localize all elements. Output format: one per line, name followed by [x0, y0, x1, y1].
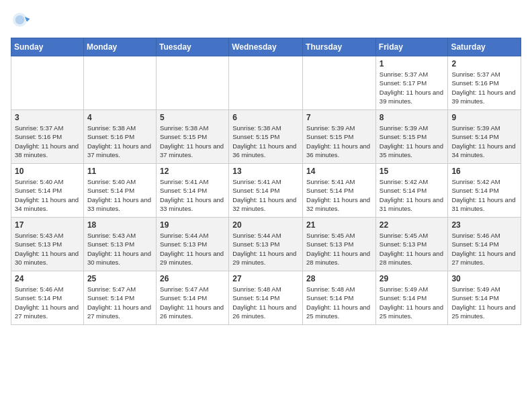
calendar-cell [303, 56, 376, 110]
calendar-cell: 10Sunrise: 5:40 AM Sunset: 5:14 PM Dayli… [11, 164, 84, 218]
day-number: 1 [380, 59, 445, 68]
calendar-cell [156, 56, 228, 110]
calendar-header-row: SundayMondayTuesdayWednesdayThursdayFrid… [11, 38, 521, 56]
calendar-cell: 26Sunrise: 5:47 AM Sunset: 5:14 PM Dayli… [156, 271, 228, 325]
day-number: 6 [232, 113, 299, 122]
calendar-cell: 9Sunrise: 5:39 AM Sunset: 5:14 PM Daylig… [448, 110, 521, 164]
calendar-cell: 5Sunrise: 5:38 AM Sunset: 5:15 PM Daylig… [156, 110, 228, 164]
day-number: 15 [380, 167, 445, 176]
weekday-header: Thursday [303, 38, 376, 56]
day-info: Sunrise: 5:42 AM Sunset: 5:14 PM Dayligh… [380, 177, 445, 213]
day-number: 8 [380, 113, 445, 122]
day-number: 11 [87, 167, 152, 176]
day-number: 17 [15, 220, 80, 230]
day-info: Sunrise: 5:44 AM Sunset: 5:13 PM Dayligh… [160, 231, 225, 267]
day-info: Sunrise: 5:38 AM Sunset: 5:15 PM Dayligh… [232, 124, 299, 159]
day-info: Sunrise: 5:47 AM Sunset: 5:14 PM Dayligh… [87, 285, 152, 320]
calendar-cell: 30Sunrise: 5:49 AM Sunset: 5:14 PM Dayli… [448, 271, 521, 325]
day-info: Sunrise: 5:43 AM Sunset: 5:13 PM Dayligh… [15, 231, 80, 267]
day-number: 20 [232, 220, 299, 230]
calendar-cell: 12Sunrise: 5:41 AM Sunset: 5:14 PM Dayli… [156, 164, 228, 218]
calendar-week-row: 3Sunrise: 5:37 AM Sunset: 5:16 PM Daylig… [11, 110, 521, 164]
logo-icon [11, 11, 31, 31]
weekday-header: Wednesday [229, 38, 303, 56]
day-number: 28 [306, 274, 372, 283]
day-number: 19 [160, 220, 225, 230]
day-number: 7 [306, 113, 372, 122]
day-info: Sunrise: 5:43 AM Sunset: 5:13 PM Dayligh… [87, 231, 152, 267]
calendar-cell [11, 56, 84, 110]
calendar-cell [229, 56, 303, 110]
calendar-cell: 11Sunrise: 5:40 AM Sunset: 5:14 PM Dayli… [83, 164, 156, 218]
calendar-cell: 21Sunrise: 5:45 AM Sunset: 5:13 PM Dayli… [303, 218, 376, 271]
day-number: 23 [451, 220, 517, 230]
calendar-cell: 24Sunrise: 5:46 AM Sunset: 5:14 PM Dayli… [11, 271, 84, 325]
day-number: 27 [232, 274, 299, 283]
logo [11, 11, 34, 31]
day-info: Sunrise: 5:40 AM Sunset: 5:14 PM Dayligh… [15, 177, 80, 213]
weekday-header: Sunday [11, 38, 84, 56]
day-number: 14 [306, 167, 372, 176]
day-info: Sunrise: 5:37 AM Sunset: 5:16 PM Dayligh… [15, 124, 80, 159]
day-info: Sunrise: 5:46 AM Sunset: 5:14 PM Dayligh… [15, 285, 80, 320]
day-info: Sunrise: 5:38 AM Sunset: 5:15 PM Dayligh… [160, 124, 225, 159]
day-number: 5 [160, 113, 225, 122]
calendar-cell: 13Sunrise: 5:41 AM Sunset: 5:14 PM Dayli… [229, 164, 303, 218]
calendar-cell: 1Sunrise: 5:37 AM Sunset: 5:17 PM Daylig… [375, 56, 448, 110]
day-info: Sunrise: 5:45 AM Sunset: 5:13 PM Dayligh… [306, 231, 372, 267]
calendar-cell: 19Sunrise: 5:44 AM Sunset: 5:13 PM Dayli… [156, 218, 228, 271]
calendar-cell: 18Sunrise: 5:43 AM Sunset: 5:13 PM Dayli… [83, 218, 156, 271]
day-info: Sunrise: 5:41 AM Sunset: 5:14 PM Dayligh… [160, 177, 225, 213]
calendar-cell [83, 56, 156, 110]
calendar-cell: 17Sunrise: 5:43 AM Sunset: 5:13 PM Dayli… [11, 218, 84, 271]
day-info: Sunrise: 5:46 AM Sunset: 5:14 PM Dayligh… [451, 231, 517, 267]
calendar-cell: 3Sunrise: 5:37 AM Sunset: 5:16 PM Daylig… [11, 110, 84, 164]
day-info: Sunrise: 5:41 AM Sunset: 5:14 PM Dayligh… [306, 177, 372, 213]
day-number: 25 [87, 274, 152, 283]
day-number: 2 [451, 59, 517, 68]
day-number: 29 [380, 274, 445, 283]
calendar-week-row: 17Sunrise: 5:43 AM Sunset: 5:13 PM Dayli… [11, 218, 521, 271]
day-number: 22 [380, 220, 445, 230]
day-number: 13 [232, 167, 299, 176]
calendar-table: SundayMondayTuesdayWednesdayThursdayFrid… [11, 38, 521, 325]
weekday-header: Saturday [448, 38, 521, 56]
day-number: 9 [451, 113, 517, 122]
day-info: Sunrise: 5:37 AM Sunset: 5:16 PM Dayligh… [451, 70, 517, 105]
day-number: 12 [160, 167, 225, 176]
calendar-cell: 28Sunrise: 5:48 AM Sunset: 5:14 PM Dayli… [303, 271, 376, 325]
day-info: Sunrise: 5:41 AM Sunset: 5:14 PM Dayligh… [232, 177, 299, 213]
calendar-cell: 29Sunrise: 5:49 AM Sunset: 5:14 PM Dayli… [375, 271, 448, 325]
weekday-header: Friday [375, 38, 448, 56]
weekday-header: Tuesday [156, 38, 228, 56]
day-number: 21 [306, 220, 372, 230]
calendar-cell: 6Sunrise: 5:38 AM Sunset: 5:15 PM Daylig… [229, 110, 303, 164]
calendar-week-row: 24Sunrise: 5:46 AM Sunset: 5:14 PM Dayli… [11, 271, 521, 325]
calendar-cell: 2Sunrise: 5:37 AM Sunset: 5:16 PM Daylig… [448, 56, 521, 110]
calendar-cell: 15Sunrise: 5:42 AM Sunset: 5:14 PM Dayli… [375, 164, 448, 218]
day-info: Sunrise: 5:38 AM Sunset: 5:16 PM Dayligh… [87, 124, 152, 159]
calendar-week-row: 1Sunrise: 5:37 AM Sunset: 5:17 PM Daylig… [11, 56, 521, 110]
day-number: 18 [87, 220, 152, 230]
calendar-cell: 4Sunrise: 5:38 AM Sunset: 5:16 PM Daylig… [83, 110, 156, 164]
calendar-cell: 14Sunrise: 5:41 AM Sunset: 5:14 PM Dayli… [303, 164, 376, 218]
day-number: 3 [15, 113, 80, 122]
calendar-cell: 23Sunrise: 5:46 AM Sunset: 5:14 PM Dayli… [448, 218, 521, 271]
day-info: Sunrise: 5:48 AM Sunset: 5:14 PM Dayligh… [306, 285, 372, 320]
calendar-cell: 8Sunrise: 5:39 AM Sunset: 5:15 PM Daylig… [375, 110, 448, 164]
day-info: Sunrise: 5:39 AM Sunset: 5:14 PM Dayligh… [451, 124, 517, 159]
calendar-cell: 7Sunrise: 5:39 AM Sunset: 5:15 PM Daylig… [303, 110, 376, 164]
day-info: Sunrise: 5:49 AM Sunset: 5:14 PM Dayligh… [380, 285, 445, 320]
calendar-cell: 16Sunrise: 5:42 AM Sunset: 5:14 PM Dayli… [448, 164, 521, 218]
day-info: Sunrise: 5:37 AM Sunset: 5:17 PM Dayligh… [380, 70, 445, 105]
day-info: Sunrise: 5:48 AM Sunset: 5:14 PM Dayligh… [232, 285, 299, 320]
day-info: Sunrise: 5:42 AM Sunset: 5:14 PM Dayligh… [451, 177, 517, 213]
day-info: Sunrise: 5:39 AM Sunset: 5:15 PM Dayligh… [380, 124, 445, 159]
day-number: 16 [451, 167, 517, 176]
day-info: Sunrise: 5:49 AM Sunset: 5:14 PM Dayligh… [451, 285, 517, 320]
day-number: 10 [15, 167, 80, 176]
calendar-cell: 20Sunrise: 5:44 AM Sunset: 5:13 PM Dayli… [229, 218, 303, 271]
calendar-cell: 27Sunrise: 5:48 AM Sunset: 5:14 PM Dayli… [229, 271, 303, 325]
calendar-cell: 22Sunrise: 5:45 AM Sunset: 5:13 PM Dayli… [375, 218, 448, 271]
day-info: Sunrise: 5:44 AM Sunset: 5:13 PM Dayligh… [232, 231, 299, 267]
